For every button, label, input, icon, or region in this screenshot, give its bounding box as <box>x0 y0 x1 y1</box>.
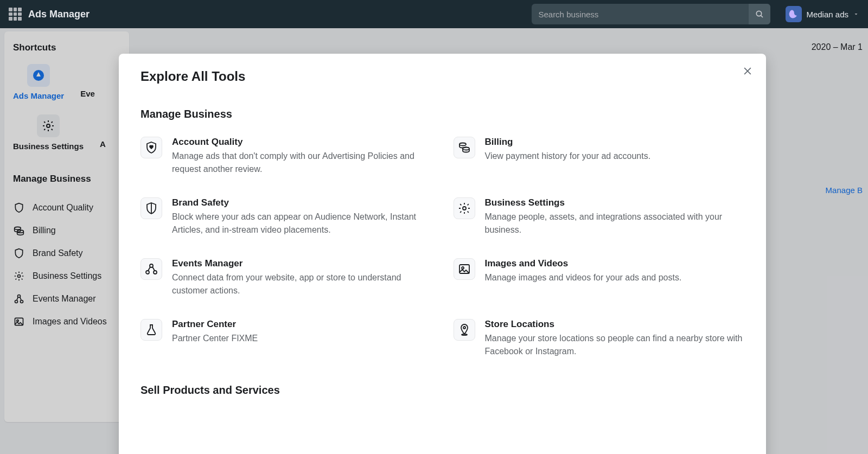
section-manage-business: Manage Business <box>141 108 744 120</box>
section-sell-products: Sell Products and Services <box>141 384 744 397</box>
tool-images-videos[interactable]: Images and VideosManage images and video… <box>454 258 745 297</box>
svg-point-21 <box>462 267 464 269</box>
apps-menu-icon[interactable] <box>9 8 22 21</box>
tool-title: Billing <box>485 137 745 148</box>
tool-desc: Manage ads that don't comply with our Ad… <box>172 150 432 176</box>
tool-title: Brand Safety <box>172 197 432 208</box>
svg-point-16 <box>463 207 466 210</box>
tool-billing[interactable]: BillingView payment history for your ad … <box>454 137 745 176</box>
tools-grid: Account QualityManage ads that don't com… <box>141 137 744 358</box>
background-content: Shortcuts Ads Manager Eve Business Setti… <box>0 28 868 454</box>
tool-desc: Manage people, assets, and integrations … <box>485 210 745 236</box>
svg-line-1 <box>761 16 763 17</box>
search-icon <box>755 10 764 18</box>
svg-point-17 <box>146 271 149 274</box>
close-button[interactable] <box>740 63 755 79</box>
tool-brand-safety[interactable]: Brand SafetyBlock where your ads can app… <box>141 197 432 236</box>
search-button[interactable] <box>749 4 770 24</box>
image-icon <box>454 258 475 280</box>
tool-desc: Block where your ads can appear on Audie… <box>172 210 432 236</box>
tool-title: Images and Videos <box>485 258 745 269</box>
pin-icon <box>454 319 475 341</box>
shield-heart-icon <box>141 137 162 158</box>
tool-store-locations[interactable]: Store LocationsManage your store locatio… <box>454 319 745 358</box>
account-avatar-icon <box>786 6 802 22</box>
svg-point-0 <box>757 11 762 16</box>
tool-desc: Connect data from your website, app or s… <box>172 271 432 297</box>
tool-desc: Manage images and videos for your ads an… <box>485 271 745 284</box>
modal-title: Explore All Tools <box>141 69 744 84</box>
account-switcher[interactable]: Median ads <box>786 6 859 22</box>
tool-partner-center[interactable]: Partner CenterPartner Center FIXME <box>141 319 432 358</box>
tool-title: Store Locations <box>485 319 745 330</box>
tool-business-settings[interactable]: Business SettingsManage people, assets, … <box>454 197 745 236</box>
tool-title: Business Settings <box>485 197 745 208</box>
tool-title: Account Quality <box>172 137 432 148</box>
tool-title: Partner Center <box>172 319 432 330</box>
svg-point-18 <box>154 271 157 274</box>
flask-icon <box>141 319 162 341</box>
close-icon <box>742 66 753 76</box>
nodes-icon <box>141 258 162 280</box>
tool-desc: Partner Center FIXME <box>172 332 432 345</box>
tool-desc: Manage your store locations so people ca… <box>485 332 745 358</box>
tool-desc: View payment history for your ad account… <box>485 150 745 163</box>
svg-point-22 <box>463 327 465 329</box>
account-name: Median ads <box>806 10 848 19</box>
coins-icon <box>454 137 475 158</box>
shield-icon <box>141 197 162 219</box>
svg-point-15 <box>463 148 469 150</box>
tool-events-manager[interactable]: Events ManagerConnect data from your web… <box>141 258 432 297</box>
search-container <box>532 4 770 24</box>
chevron-down-icon <box>853 11 859 17</box>
explore-tools-modal: Explore All Tools Manage Business Accoun… <box>119 54 766 454</box>
tool-title: Events Manager <box>172 258 432 269</box>
gear-icon <box>454 197 475 219</box>
svg-point-14 <box>459 143 466 146</box>
search-input[interactable] <box>532 10 749 19</box>
app-title: Ads Manager <box>28 9 90 20</box>
tool-account-quality[interactable]: Account QualityManage ads that don't com… <box>141 137 432 176</box>
top-bar: Ads Manager Median ads <box>0 0 868 28</box>
